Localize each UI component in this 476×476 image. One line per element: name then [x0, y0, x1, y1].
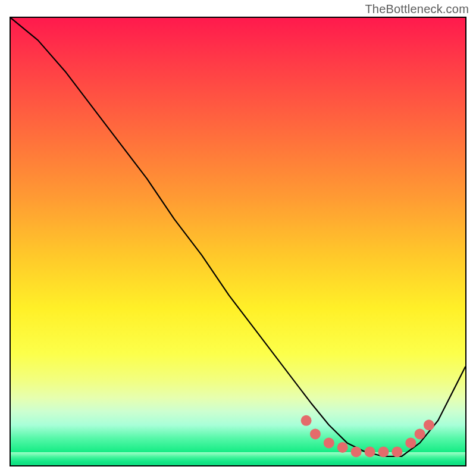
marker-dot: [365, 446, 375, 457]
marker-dot: [378, 446, 389, 457]
chart-container: TheBottleneck.com: [0, 0, 476, 476]
watermark-label: TheBottleneck.com: [365, 2, 469, 16]
marker-dot: [324, 437, 334, 448]
marker-dot: [301, 415, 312, 426]
marker-dot: [310, 428, 321, 439]
plot-area: [10, 17, 466, 466]
marker-dot: [415, 428, 425, 439]
chart-svg: [11, 18, 465, 465]
scatter-dots: [301, 415, 434, 458]
marker-dot: [424, 419, 434, 430]
marker-dot: [405, 437, 416, 448]
marker-dot: [351, 446, 362, 457]
marker-dot: [392, 446, 402, 457]
bottleneck-curve: [11, 18, 465, 456]
marker-dot: [337, 442, 348, 453]
